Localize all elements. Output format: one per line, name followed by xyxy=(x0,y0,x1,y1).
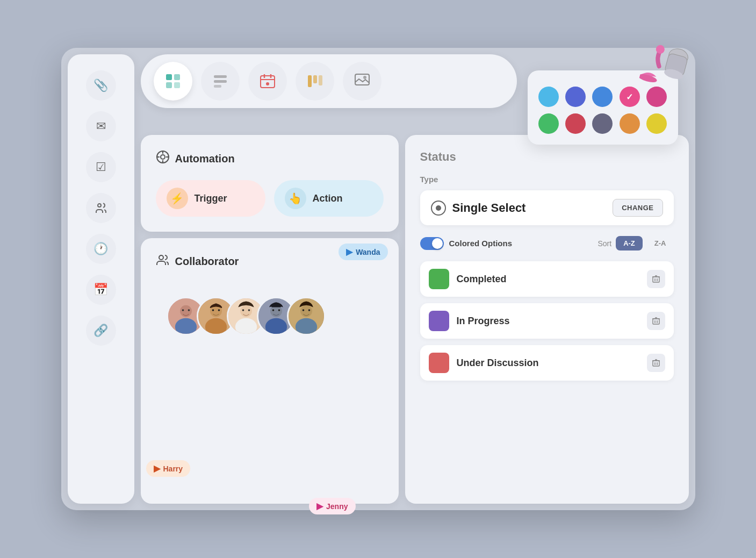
trigger-button[interactable]: ⚡ Trigger xyxy=(156,180,265,217)
trigger-label: Trigger xyxy=(195,193,227,204)
svg-point-47 xyxy=(248,309,250,311)
top-row xyxy=(141,54,689,128)
status-panel: Status Type Single Select CHANGE xyxy=(405,135,689,504)
svg-point-41 xyxy=(212,309,214,311)
inprogress-delete-btn[interactable] xyxy=(647,312,665,330)
discussion-color xyxy=(429,353,449,373)
completed-delete-btn[interactable] xyxy=(647,270,665,288)
action-button[interactable]: 👆 Action xyxy=(274,180,384,217)
svg-point-32 xyxy=(159,255,163,260)
left-panels: Automation ⚡ Trigger 👆 Action xyxy=(141,135,399,504)
collaborator-label: Collaborator xyxy=(175,255,239,268)
sort-za-button[interactable]: Z-A xyxy=(647,236,674,251)
inprogress-label: In Progress xyxy=(457,316,510,327)
svg-rect-8 xyxy=(214,75,227,78)
panels-row: Automation ⚡ Trigger 👆 Action xyxy=(141,135,689,504)
options-left: Colored Options xyxy=(420,237,513,250)
color-magenta[interactable] xyxy=(646,87,667,107)
harry-cursor: ▶ xyxy=(154,463,160,474)
avatars-row xyxy=(156,297,384,335)
svg-point-57 xyxy=(302,309,304,311)
status-title: Status xyxy=(420,150,674,164)
discussion-delete-btn[interactable] xyxy=(647,354,665,372)
svg-rect-17 xyxy=(313,75,317,83)
color-yellow[interactable] xyxy=(646,113,667,134)
kanban-view-btn[interactable] xyxy=(296,62,334,101)
mail-icon[interactable]: ✉ xyxy=(86,111,116,141)
svg-point-51 xyxy=(272,309,274,311)
automation-icon xyxy=(156,150,170,167)
clock-icon[interactable]: 🕐 xyxy=(86,234,116,264)
svg-rect-7 xyxy=(174,82,180,88)
colored-options-row: Colored Options Sort A-Z Z-A xyxy=(420,236,674,251)
svg-point-24 xyxy=(654,44,665,55)
svg-point-56 xyxy=(295,318,316,335)
discussion-label: Under Discussion xyxy=(457,357,539,369)
sort-label: Sort xyxy=(597,239,611,248)
single-select-icon xyxy=(431,201,446,216)
jenny-name-tag: ▶ Jenny xyxy=(309,498,355,514)
svg-point-45 xyxy=(235,318,256,335)
attachment-icon[interactable]: 📎 xyxy=(86,70,116,101)
svg-rect-5 xyxy=(174,74,180,80)
color-grid xyxy=(538,87,667,134)
calendar-icon[interactable]: 📅 xyxy=(86,275,116,305)
svg-point-35 xyxy=(175,318,196,335)
change-button[interactable]: CHANGE xyxy=(613,199,663,217)
calendar-view-btn[interactable] xyxy=(248,62,287,101)
link-icon[interactable]: 🔗 xyxy=(86,316,116,346)
status-option-completed: Completed xyxy=(420,261,674,297)
svg-point-36 xyxy=(182,309,184,311)
svg-point-15 xyxy=(266,82,269,85)
action-label: Action xyxy=(313,193,343,204)
svg-point-42 xyxy=(218,309,220,311)
sort-az-button[interactable]: A-Z xyxy=(616,236,643,251)
harry-label: Harry xyxy=(163,464,183,473)
svg-point-40 xyxy=(205,318,226,335)
wanda-label: Wanda xyxy=(356,248,380,256)
automation-panel: Automation ⚡ Trigger 👆 Action xyxy=(141,135,399,232)
view-toolbar xyxy=(141,54,517,108)
sidebar: 📎 ✉ ☑ 🕐 📅 🔗 xyxy=(68,54,134,504)
gallery-view-btn[interactable] xyxy=(343,62,381,101)
color-gray[interactable] xyxy=(592,113,613,134)
colored-options-toggle[interactable] xyxy=(420,237,444,250)
single-select-row: Single Select CHANGE xyxy=(420,190,674,225)
jenny-label: Jenny xyxy=(326,502,348,511)
automation-buttons: ⚡ Trigger 👆 Action xyxy=(156,180,384,217)
collaborator-panel: Collaborator ▶ Wanda xyxy=(141,238,399,504)
team-icon[interactable] xyxy=(86,193,116,223)
color-pink-selected[interactable] xyxy=(620,87,640,107)
type-label: Type xyxy=(420,175,674,184)
status-option-inprogress: In Progress xyxy=(420,303,674,339)
svg-point-50 xyxy=(265,318,286,335)
grid-view-btn[interactable] xyxy=(154,62,192,101)
completed-label: Completed xyxy=(457,274,507,285)
completed-color xyxy=(429,269,449,289)
svg-point-58 xyxy=(308,309,310,311)
jenny-cursor: ▶ xyxy=(316,501,323,511)
svg-point-0 xyxy=(98,204,101,207)
svg-point-52 xyxy=(278,309,280,311)
status-option-discussion: Under Discussion xyxy=(420,345,674,381)
automation-label: Automation xyxy=(175,153,235,165)
color-picker-panel xyxy=(528,70,678,145)
color-red[interactable] xyxy=(565,113,586,134)
svg-rect-10 xyxy=(214,85,221,88)
list-view-btn[interactable] xyxy=(201,62,240,101)
wanda-name-tag: ▶ Wanda xyxy=(339,244,387,260)
color-blue[interactable] xyxy=(592,87,613,107)
svg-rect-53 xyxy=(271,305,280,307)
color-indigo[interactable] xyxy=(565,87,586,107)
content-area: Automation ⚡ Trigger 👆 Action xyxy=(141,48,695,510)
svg-point-27 xyxy=(161,155,165,159)
single-select-left: Single Select xyxy=(431,201,526,216)
color-cyan[interactable] xyxy=(538,87,559,107)
check-icon[interactable]: ☑ xyxy=(86,152,116,182)
color-orange[interactable] xyxy=(620,113,640,134)
svg-rect-11 xyxy=(261,76,275,88)
color-green[interactable] xyxy=(538,113,559,134)
svg-rect-69 xyxy=(653,361,659,366)
avatar-5 xyxy=(287,297,326,335)
svg-rect-16 xyxy=(308,75,312,87)
